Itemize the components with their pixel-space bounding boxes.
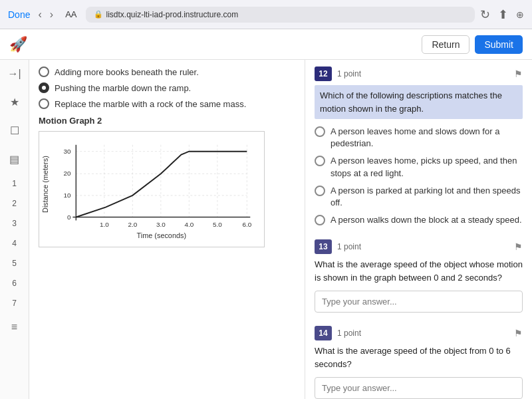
question-12-option-c[interactable]: A person is parked at parking lot and th… — [315, 185, 523, 209]
sidebar-item-5[interactable]: 5 — [12, 259, 17, 268]
text-size-button[interactable]: AA — [61, 8, 80, 21]
done-button[interactable]: Done — [8, 9, 30, 20]
option-text-3: Replace the marble with a rock of the sa… — [55, 99, 246, 109]
question-14-text: What is the average speed of the object … — [315, 344, 523, 370]
browser-actions: ↻ ⬆ ⊕ — [480, 7, 524, 22]
question-14-badge: 14 — [315, 326, 332, 340]
svg-text:2.0: 2.0 — [128, 221, 137, 228]
radio-12-d[interactable] — [315, 215, 325, 225]
question-14-flag[interactable]: ⚑ — [514, 328, 523, 338]
svg-text:Time (seconds): Time (seconds) — [137, 231, 186, 239]
radio-unselected-1[interactable] — [39, 66, 49, 77]
prev-option-3: Replace the marble with a rock of the sa… — [39, 98, 295, 109]
radio-unselected-3[interactable] — [39, 98, 49, 109]
option-text-2: Pushing the marble down the ramp. — [55, 83, 191, 93]
question-14-header: 14 1 point ⚑ — [315, 326, 523, 340]
question-12-badge: 12 — [315, 66, 332, 81]
question-12-text: Which of the following descriptions matc… — [315, 85, 523, 119]
sidebar-item-6[interactable]: 6 — [12, 279, 17, 288]
lock-icon: 🔒 — [94, 10, 103, 19]
submit-button[interactable]: Submit — [475, 35, 523, 54]
question-13-input[interactable] — [315, 291, 523, 313]
svg-text:4.0: 4.0 — [184, 221, 194, 228]
sidebar-icon-list[interactable]: ≡ — [9, 319, 20, 336]
right-panel: 12 1 point ⚑ Which of the following desc… — [305, 60, 532, 399]
nav-forward-button[interactable]: › — [47, 7, 56, 22]
option-12-b-text: A person leaves home, picks up speed, an… — [331, 155, 523, 179]
question-13-badge: 13 — [315, 239, 332, 254]
question-12-option-d[interactable]: A person walks down the block at a stead… — [315, 214, 523, 226]
url-bar[interactable]: 🔒 lisdtx.quiz-lti-iad-prod.instructure.c… — [86, 7, 475, 23]
sidebar-item-4[interactable]: 4 — [12, 239, 17, 248]
prev-option-1: Adding more books beneath the ruler. — [39, 66, 295, 77]
header-buttons: Return Submit — [422, 35, 523, 54]
app-logo: 🚀 — [9, 36, 27, 53]
question-14-block: 14 1 point ⚑ What is the average speed o… — [315, 326, 523, 399]
option-12-a-text: A person leaves home and slows down for … — [331, 126, 523, 150]
question-12-block: 12 1 point ⚑ Which of the following desc… — [315, 66, 523, 226]
option-text-1: Adding more books beneath the ruler. — [55, 67, 199, 77]
main-layout: →| ★ ☐ ▤ 1 2 3 4 5 6 7 ≡ Adding more boo… — [0, 60, 532, 399]
sidebar-icon-star[interactable]: ★ — [7, 93, 22, 111]
svg-text:3.0: 3.0 — [156, 221, 166, 228]
sidebar-item-7[interactable]: 7 — [12, 299, 17, 308]
left-sidebar: →| ★ ☐ ▤ 1 2 3 4 5 6 7 ≡ — [0, 60, 29, 399]
url-text: lisdtx.quiz-lti-iad-prod.instructure.com — [106, 10, 238, 19]
svg-text:6.0: 6.0 — [242, 221, 251, 228]
sidebar-icon-box[interactable]: ☐ — [7, 122, 22, 140]
motion-graph: 0 10 20 30 1.0 2.0 3.0 4.0 5.0 6.0 Dist — [39, 132, 264, 247]
svg-text:20: 20 — [63, 170, 70, 177]
option-12-c-text: A person is parked at parking lot and th… — [331, 185, 523, 209]
more-button[interactable]: ⊕ — [516, 9, 524, 20]
left-panel: Adding more books beneath the ruler. Pus… — [29, 60, 305, 399]
graph-container: 0 10 20 30 1.0 2.0 3.0 4.0 5.0 6.0 Dist — [39, 131, 265, 247]
return-button[interactable]: Return — [422, 35, 469, 54]
svg-text:Distance (meters): Distance (meters) — [41, 156, 49, 213]
prev-option-2: Pushing the marble down the ramp. — [39, 82, 295, 93]
question-13-block: 13 1 point ⚑ What is the average speed o… — [315, 239, 523, 313]
svg-text:30: 30 — [63, 148, 70, 155]
svg-text:5.0: 5.0 — [213, 221, 222, 228]
sidebar-icon-navigate[interactable]: →| — [5, 65, 23, 82]
question-13-text: What is the average speed of the object … — [315, 258, 523, 284]
question-14-input[interactable] — [315, 377, 523, 399]
sidebar-icon-menu[interactable]: ▤ — [7, 150, 22, 168]
radio-12-c[interactable] — [315, 186, 325, 196]
question-13-header: 13 1 point ⚑ — [315, 239, 523, 254]
svg-text:1.0: 1.0 — [100, 221, 109, 228]
sidebar-item-1[interactable]: 1 — [12, 179, 17, 188]
sidebar-item-3[interactable]: 3 — [12, 219, 17, 228]
question-13-flag[interactable]: ⚑ — [514, 241, 523, 252]
sidebar-item-2[interactable]: 2 — [12, 199, 17, 208]
question-12-header: 12 1 point ⚑ — [315, 66, 523, 81]
question-12-option-b[interactable]: A person leaves home, picks up speed, an… — [315, 155, 523, 179]
question-14-points: 1 point — [337, 329, 361, 338]
content-area: Adding more books beneath the ruler. Pus… — [29, 60, 532, 399]
svg-rect-0 — [40, 132, 263, 247]
graph-title: Motion Graph 2 — [39, 116, 295, 126]
option-12-d-text: A person walks down the block at a stead… — [331, 214, 522, 226]
question-13-points: 1 point — [337, 242, 361, 251]
svg-text:10: 10 — [63, 192, 70, 199]
radio-12-a[interactable] — [315, 126, 325, 137]
question-12-flag[interactable]: ⚑ — [514, 68, 523, 79]
svg-text:0: 0 — [67, 213, 71, 221]
question-12-points: 1 point — [337, 69, 361, 78]
share-button[interactable]: ⬆ — [498, 7, 508, 22]
graph-section: Motion Graph 2 — [39, 116, 295, 247]
question-12-option-a[interactable]: A person leaves home and slows down for … — [315, 126, 523, 150]
browser-nav: ‹ › — [35, 7, 56, 22]
nav-back-button[interactable]: ‹ — [35, 7, 44, 22]
app-header: 🚀 Return Submit — [0, 29, 532, 60]
browser-bar: Done ‹ › AA 🔒 lisdtx.quiz-lti-iad-prod.i… — [0, 0, 532, 29]
refresh-button[interactable]: ↻ — [480, 7, 490, 22]
radio-12-b[interactable] — [315, 156, 325, 166]
radio-selected-2[interactable] — [39, 82, 49, 93]
